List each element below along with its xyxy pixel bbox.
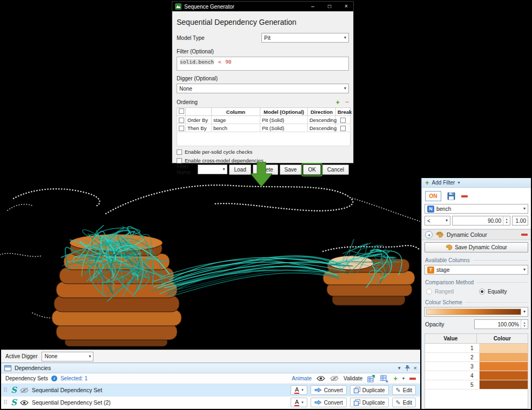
chevron-down-icon: ▾ xyxy=(301,388,304,392)
edit-button[interactable]: ✎ Edit xyxy=(392,398,416,407)
save-filter-icon[interactable] xyxy=(447,192,455,200)
pencil-icon: ✎ xyxy=(396,387,401,394)
dialog-titlebar: Sequence Generator – □ × xyxy=(172,2,353,11)
colour-scheme-select[interactable]: ▾ xyxy=(425,307,528,317)
convert-button[interactable]: Convert xyxy=(311,385,347,395)
visibility-toggle-eye-off-icon[interactable] xyxy=(20,387,29,393)
filter-field-select[interactable]: N bench ▾ xyxy=(425,204,528,214)
cycle-checks-label: Enable per-solid cycle checks xyxy=(185,149,252,155)
filter-value-token: 90 xyxy=(225,59,231,65)
convert-arrow-icon xyxy=(314,400,322,405)
numeric-column-icon: N xyxy=(427,206,434,213)
colour-column-select[interactable]: T stage ▾ xyxy=(425,265,528,275)
duplicate-icon xyxy=(354,399,360,406)
row-checkbox[interactable] xyxy=(179,126,184,131)
selected-count: Selected: 1 xyxy=(60,375,87,381)
panel-menu-button[interactable]: ▾ xyxy=(398,365,401,371)
drag-handle-icon[interactable]: ⠿ xyxy=(3,387,8,393)
load-button[interactable]: Load xyxy=(229,165,251,175)
collapse-button[interactable]: ◂ xyxy=(425,231,433,238)
spin-down-icon[interactable]: ▾ xyxy=(523,324,525,327)
colour-swatch[interactable] xyxy=(480,353,528,361)
equality-radio[interactable] xyxy=(479,289,485,295)
add-filter-header[interactable]: + Add Filter ▾ xyxy=(422,178,531,188)
ranged-radio[interactable] xyxy=(426,289,432,295)
add-menu-chevron-icon[interactable]: ▾ xyxy=(402,376,405,381)
colour-swatch[interactable] xyxy=(480,371,528,380)
colour-table-row: 4 xyxy=(425,371,528,380)
ordering-remove-button[interactable]: − xyxy=(345,98,349,106)
filter-operator-token: < xyxy=(217,59,223,65)
validate-button[interactable]: Validate xyxy=(344,375,362,381)
break-checkbox[interactable] xyxy=(340,118,346,123)
dependency-set-row[interactable]: ⠿ S Sequential Dependency Set A ▾ Conver… xyxy=(1,384,420,397)
chevron-down-icon: ▾ xyxy=(457,180,460,185)
minimize-button[interactable]: – xyxy=(306,2,320,11)
filter-expression-input[interactable]: solid.bench < 90 xyxy=(177,57,349,71)
3d-viewport[interactable] xyxy=(0,178,420,350)
ordering-add-button[interactable]: + xyxy=(335,99,340,106)
csv-import-icon[interactable] xyxy=(380,375,388,382)
filter-weight-input[interactable]: 1.00 xyxy=(512,216,528,226)
select-all-checkbox[interactable] xyxy=(179,108,184,114)
sequence-set-icon: S xyxy=(11,399,17,407)
break-checkbox[interactable] xyxy=(340,126,346,131)
add-set-button[interactable]: + xyxy=(393,375,398,382)
active-digger-select[interactable]: None ▾ xyxy=(42,352,93,361)
cross-model-checkbox[interactable] xyxy=(177,158,182,163)
ok-button[interactable]: OK xyxy=(303,165,320,175)
spin-down-icon[interactable]: ▾ xyxy=(506,221,507,224)
opacity-spinner[interactable]: 100.00% ▴▾ xyxy=(474,319,528,329)
colour-swatch[interactable] xyxy=(480,344,528,352)
dialog-heading: Sequential Dependency Generation xyxy=(177,18,349,26)
visibility-toggle-eye-icon[interactable] xyxy=(20,400,29,406)
edit-button[interactable]: ✎ Edit xyxy=(392,385,416,395)
close-button[interactable]: × xyxy=(339,2,353,11)
colour-swatch[interactable] xyxy=(480,362,528,371)
save-button[interactable]: Save xyxy=(280,165,302,175)
cycle-checks-checkbox[interactable] xyxy=(177,149,182,155)
model-type-select[interactable]: Pit ▾ xyxy=(261,33,349,43)
animate-link[interactable]: Animate xyxy=(292,375,312,381)
ordering-table: Column Model (Optional) Direction Break … xyxy=(177,107,351,146)
info-icon[interactable]: i xyxy=(51,375,57,381)
colour-scheme-label: Colour Scheme xyxy=(425,299,528,305)
row-checkbox[interactable] xyxy=(179,118,184,123)
set-name: Sequential Dependency Set xyxy=(32,387,102,393)
font-colour-button[interactable]: A ▾ xyxy=(291,385,307,395)
down-arrow-annotation xyxy=(250,162,273,188)
dynamic-colour-header: ◂ Dynamic Colour xyxy=(422,229,531,240)
pin-icon[interactable] xyxy=(404,365,410,371)
filter-operator-select[interactable]: < ▾ xyxy=(425,216,450,226)
dependency-set-row[interactable]: ⠿ S Sequential Dependency Set (2) A ▾ Co… xyxy=(1,397,420,409)
font-colour-button[interactable]: A ▾ xyxy=(291,398,307,407)
remove-filter-button[interactable] xyxy=(461,195,468,197)
remove-set-button[interactable] xyxy=(409,378,416,380)
duplicate-button[interactable]: Duplicate xyxy=(350,398,389,407)
maximize-button[interactable]: □ xyxy=(322,2,336,11)
duplicate-button[interactable]: Duplicate xyxy=(350,385,389,395)
csv-export-icon[interactable] xyxy=(367,375,375,382)
filter-name-select[interactable]: ▾ xyxy=(198,165,228,174)
comparison-method-label: Comparison Method xyxy=(425,279,528,285)
filter-on-toggle[interactable]: ON xyxy=(425,191,441,201)
drag-handle-icon[interactable]: ⠿ xyxy=(3,400,8,406)
cancel-button[interactable]: Cancel xyxy=(322,165,349,175)
show-all-eye-icon[interactable] xyxy=(316,375,325,381)
ordering-row[interactable]: Order By stage Pit (Solid) Descending xyxy=(177,116,351,124)
close-icon[interactable]: × xyxy=(414,365,417,371)
save-dynamic-colour-button[interactable]: Save Dynamic Colour xyxy=(425,242,528,252)
convert-button[interactable]: Convert xyxy=(311,398,347,407)
hide-all-eye-off-icon[interactable] xyxy=(330,375,339,381)
chevron-down-icon: ▾ xyxy=(301,400,304,405)
pencil-icon: ✎ xyxy=(396,399,401,406)
colour-swatch[interactable] xyxy=(480,380,528,389)
ordering-header-direction: Direction xyxy=(308,108,336,116)
ordering-row[interactable]: Then By bench Pit (Solid) Descending xyxy=(177,124,351,132)
colour-table-row: 3 xyxy=(425,362,528,371)
remove-dynamic-colour-button[interactable] xyxy=(521,234,528,236)
filter-threshold-spinner[interactable]: 90.00 ▴▾ xyxy=(452,216,510,226)
digger-select[interactable]: None ▾ xyxy=(177,84,349,93)
active-digger-label: Active Digger xyxy=(5,353,37,359)
palette-icon xyxy=(446,244,453,250)
